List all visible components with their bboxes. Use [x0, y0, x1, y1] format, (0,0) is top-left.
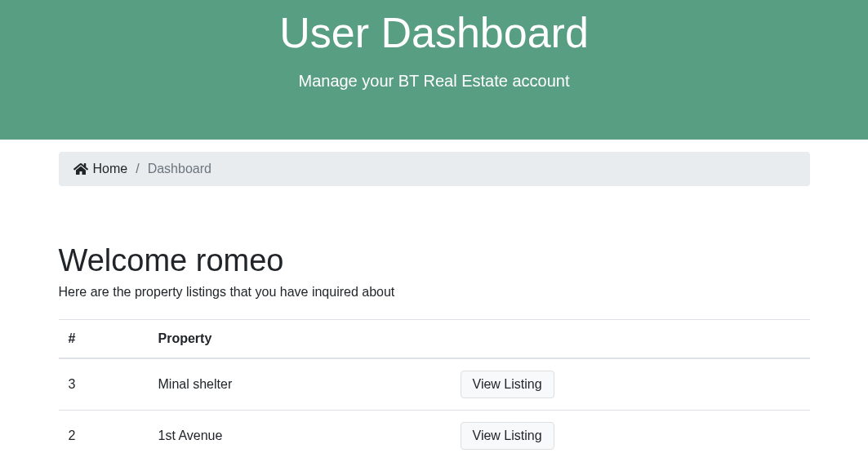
- page-subtitle: Manage your BT Real Estate account: [0, 72, 868, 91]
- table-header-property: Property: [149, 320, 451, 359]
- breadcrumb: Home / Dashboard: [59, 152, 810, 186]
- view-listing-button[interactable]: View Listing: [461, 422, 554, 450]
- table-header-action: [451, 320, 810, 359]
- inquiries-table: # Property 3 Minal shelter View Listing …: [59, 319, 810, 453]
- welcome-lead: Here are the property listings that you …: [59, 285, 810, 300]
- breadcrumb-home-label: Home: [93, 162, 128, 176]
- table-row: 3 Minal shelter View Listing: [59, 358, 810, 411]
- table-row: 2 1st Avenue View Listing: [59, 411, 810, 454]
- table-header-id: #: [59, 320, 149, 359]
- page-title: User Dashboard: [0, 8, 868, 57]
- row-id: 2: [59, 411, 149, 454]
- breadcrumb-home-link[interactable]: Home: [73, 162, 128, 176]
- breadcrumb-current: Dashboard: [148, 162, 211, 176]
- home-icon: [73, 162, 88, 175]
- view-listing-button[interactable]: View Listing: [461, 371, 554, 398]
- hero-banner: User Dashboard Manage your BT Real Estat…: [0, 0, 868, 140]
- row-action: View Listing: [451, 411, 810, 454]
- welcome-heading: Welcome romeo: [59, 243, 810, 278]
- breadcrumb-separator: /: [136, 162, 139, 176]
- row-id: 3: [59, 358, 149, 411]
- row-action: View Listing: [451, 358, 810, 411]
- main-content: Welcome romeo Here are the property list…: [59, 243, 810, 453]
- row-property: 1st Avenue: [149, 411, 451, 454]
- row-property: Minal shelter: [149, 358, 451, 411]
